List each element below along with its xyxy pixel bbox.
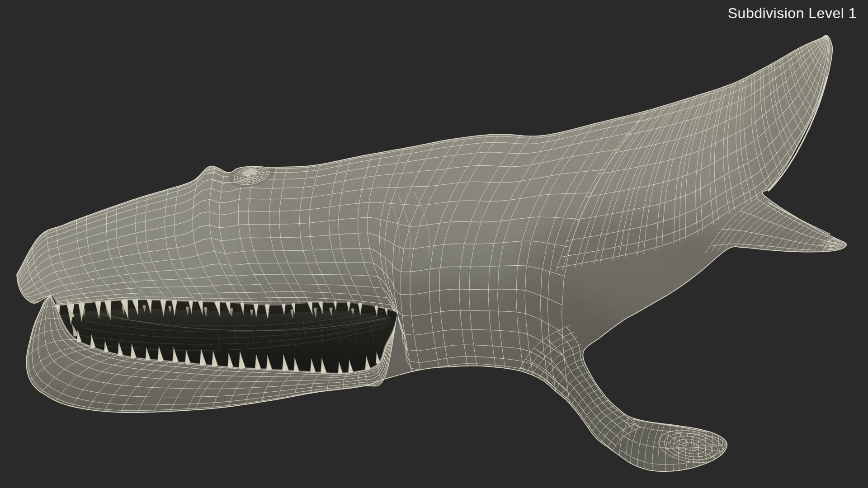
- subdivision-level-label: Subdivision Level 1: [728, 5, 857, 21]
- model-viewport: Subdivision Level 1: [0, 0, 868, 488]
- render-viewport: Subdivision Level 1: [0, 0, 868, 488]
